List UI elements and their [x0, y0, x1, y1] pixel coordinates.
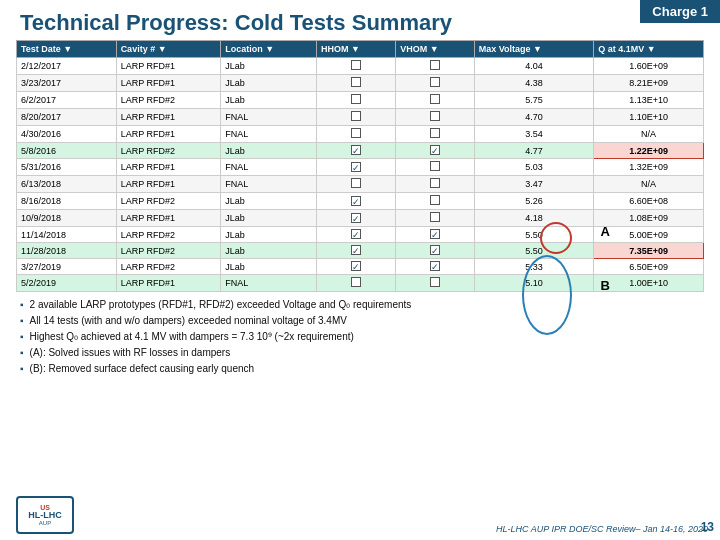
table-cell: N/A — [594, 176, 704, 193]
table-cell: 1.60E+09 — [594, 58, 704, 75]
table-cell — [317, 92, 396, 109]
col-header-test-date: Test Date ▼ — [17, 41, 117, 58]
table-cell: 8.21E+09 — [594, 75, 704, 92]
table-cell: 8/20/2017 — [17, 109, 117, 126]
table-cell — [396, 92, 474, 109]
bullet-item-3: ▪ Highest Q₀ achieved at 4.1 MV with dam… — [20, 330, 700, 344]
table-row: 6/2/2017LARP RFD#2JLab5.751.13E+10 — [17, 92, 704, 109]
col-header-location: Location ▼ — [221, 41, 317, 58]
table-cell: ✓ — [396, 143, 474, 159]
footer-logo: US HL-LHC AUP — [16, 496, 76, 536]
table-cell: LARP RFD#1 — [116, 109, 221, 126]
table-cell — [396, 275, 474, 292]
logo-bot-text: AUP — [39, 520, 51, 526]
table-cell — [317, 58, 396, 75]
table-cell: 4.04 — [474, 58, 593, 75]
table-cell: 6.50E+09 — [594, 259, 704, 275]
bullet-sym-1: ▪ — [20, 298, 24, 312]
table-cell: 1.32E+09 — [594, 159, 704, 176]
page-title: Technical Progress: Cold Tests Summary — [0, 0, 720, 40]
table-cell: 1.00E+10 — [594, 275, 704, 292]
table-cell: JLab — [221, 58, 317, 75]
table-cell: JLab — [221, 75, 317, 92]
col-header-hhom: HHOM ▼ — [317, 41, 396, 58]
table-cell: LARP RFD#2 — [116, 227, 221, 243]
bullet-text-2: All 14 tests (with and w/o dampers) exce… — [30, 314, 347, 328]
table-cell: 11/28/2018 — [17, 243, 117, 259]
table-cell — [396, 58, 474, 75]
table-cell: 3/23/2017 — [17, 75, 117, 92]
table-cell: JLab — [221, 210, 317, 227]
table-cell: 4.38 — [474, 75, 593, 92]
table-cell: ✓ — [317, 243, 396, 259]
table-cell: 3.47 — [474, 176, 593, 193]
table-cell: LARP RFD#2 — [116, 259, 221, 275]
bullet-item-2: ▪ All 14 tests (with and w/o dampers) ex… — [20, 314, 700, 328]
table-cell — [317, 109, 396, 126]
table-cell — [396, 126, 474, 143]
table-cell — [317, 126, 396, 143]
table-cell: 3/27/2019 — [17, 259, 117, 275]
table-cell: 1.08E+09 — [594, 210, 704, 227]
table-cell: ✓ — [317, 143, 396, 159]
table-cell: 5/2/2019 — [17, 275, 117, 292]
table-cell: 5.03 — [474, 159, 593, 176]
table-row: 11/28/2018LARP RFD#2JLab✓✓5.507.35E+09 — [17, 243, 704, 259]
annotation-circle-a — [540, 222, 572, 254]
table-cell: LARP RFD#1 — [116, 159, 221, 176]
table-cell: ✓ — [317, 227, 396, 243]
table-cell: FNAL — [221, 109, 317, 126]
table-cell: 4/30/2016 — [17, 126, 117, 143]
table-cell: LARP RFD#1 — [116, 210, 221, 227]
table-row: 6/13/2018LARP RFD#1FNAL3.47N/A — [17, 176, 704, 193]
annotation-circle-b — [522, 255, 572, 335]
bullet-sym-5: ▪ — [20, 362, 24, 376]
table-cell: JLab — [221, 92, 317, 109]
table-cell — [317, 176, 396, 193]
table-cell — [396, 75, 474, 92]
table-cell: ✓ — [396, 243, 474, 259]
table-cell: 6.60E+08 — [594, 193, 704, 210]
bullet-sym-4: ▪ — [20, 346, 24, 360]
table-cell: 1.22E+09 — [594, 143, 704, 159]
table-cell — [396, 210, 474, 227]
table-cell: 6/13/2018 — [17, 176, 117, 193]
table-cell — [396, 176, 474, 193]
bullet-text-3: Highest Q₀ achieved at 4.1 MV with dampe… — [30, 330, 354, 344]
table-cell: FNAL — [221, 159, 317, 176]
table-row: 3/27/2019LARP RFD#2JLab✓✓5.336.50E+09 — [17, 259, 704, 275]
table-cell: 11/14/2018 — [17, 227, 117, 243]
bullet-sym-2: ▪ — [20, 314, 24, 328]
table-row: 3/23/2017LARP RFD#1JLab4.388.21E+09 — [17, 75, 704, 92]
table-cell: LARP RFD#1 — [116, 176, 221, 193]
table-cell: 5.75 — [474, 92, 593, 109]
table-cell: JLab — [221, 227, 317, 243]
table-cell: 4.18 — [474, 210, 593, 227]
table-cell: ✓ — [396, 227, 474, 243]
table-cell: LARP RFD#1 — [116, 75, 221, 92]
bullet-list: ▪ 2 available LARP prototypes (RFD#1, RF… — [0, 292, 720, 382]
table-cell: 8/16/2018 — [17, 193, 117, 210]
table-cell: 5.00E+09 — [594, 227, 704, 243]
page-number: 13 — [701, 520, 714, 534]
table-cell: 6/2/2017 — [17, 92, 117, 109]
table-row: 5/8/2016LARP RFD#2JLab✓✓4.771.22E+09 — [17, 143, 704, 159]
table-cell: LARP RFD#2 — [116, 243, 221, 259]
table-cell — [317, 75, 396, 92]
table-cell: JLab — [221, 193, 317, 210]
table-cell: 7.35E+09 — [594, 243, 704, 259]
table-cell: 5/8/2016 — [17, 143, 117, 159]
col-header-q: Q at 4.1MV ▼ — [594, 41, 704, 58]
bullet-sym-3: ▪ — [20, 330, 24, 344]
bullet-text-1: 2 available LARP prototypes (RFD#1, RFD#… — [30, 298, 412, 312]
table-row: 5/31/2016LARP RFD#1FNAL✓5.031.32E+09 — [17, 159, 704, 176]
table-cell: 5.26 — [474, 193, 593, 210]
table-cell: 4.70 — [474, 109, 593, 126]
table-cell: 5/31/2016 — [17, 159, 117, 176]
table-header-row: Test Date ▼ Cavity # ▼ Location ▼ HHOM ▼… — [17, 41, 704, 58]
table-cell: JLab — [221, 143, 317, 159]
table-cell: ✓ — [317, 259, 396, 275]
table-cell: FNAL — [221, 176, 317, 193]
charge-badge: Charge 1 — [640, 0, 720, 23]
table-cell: 3.54 — [474, 126, 593, 143]
